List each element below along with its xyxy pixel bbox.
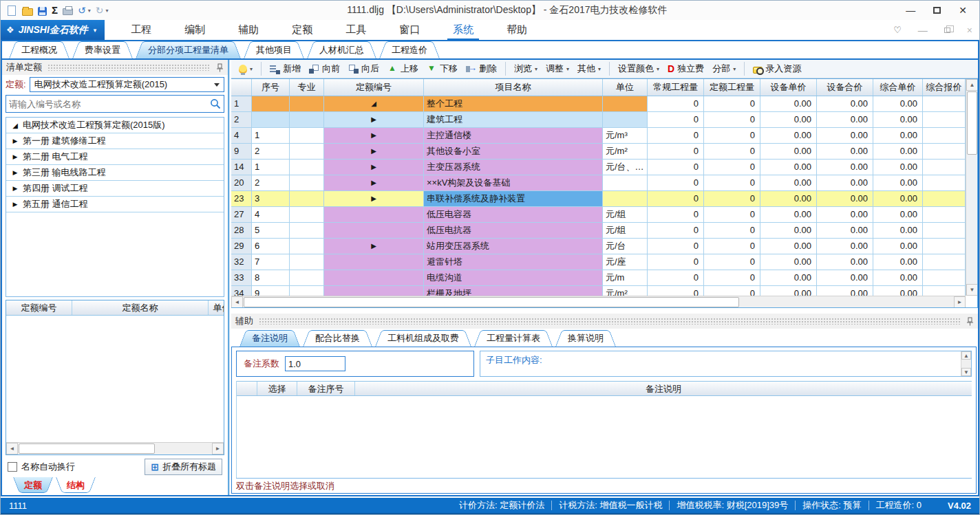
row-handle-cell[interactable]: 23 xyxy=(231,191,252,207)
tree-item-4[interactable]: ▶第三册 输电线路工程 xyxy=(6,165,224,181)
comp-quote-cell[interactable] xyxy=(923,191,966,207)
grid-hscrollbar[interactable]: ◄ ► xyxy=(231,296,966,307)
horizontal-splitter[interactable] xyxy=(231,308,978,314)
comp-unit-price-cell[interactable]: 0.00 xyxy=(873,160,923,175)
aux-tab-5[interactable]: 换算说明 xyxy=(555,330,616,347)
tree-expand-icon[interactable]: ▶ xyxy=(12,185,19,192)
equip-unit-price-cell[interactable]: 0.00 xyxy=(760,223,817,239)
equip-total-price-cell[interactable]: 0.00 xyxy=(817,191,873,207)
tree-item-5[interactable]: ▶第四册 调试工程 xyxy=(6,181,224,197)
new-file-icon[interactable] xyxy=(8,6,16,16)
code-cell[interactable]: ▶ xyxy=(324,239,424,254)
quota-qty-cell[interactable]: 0 xyxy=(704,128,760,144)
scroll-left-icon[interactable]: ◄ xyxy=(6,443,18,454)
equip-unit-price-cell[interactable]: 0.00 xyxy=(760,207,817,223)
equip-unit-price-cell[interactable]: 0.00 xyxy=(760,128,817,144)
scroll-left-icon[interactable]: ◄ xyxy=(231,296,243,308)
note-table-body[interactable] xyxy=(237,396,972,478)
move-up-button[interactable]: 上移 xyxy=(384,61,422,76)
comp-unit-price-cell[interactable]: 0.00 xyxy=(873,175,923,191)
main-tab-2[interactable]: 费率设置 xyxy=(72,41,133,58)
equip-total-price-cell[interactable]: 0.00 xyxy=(817,175,873,191)
tree-collapse-icon[interactable]: ◢ xyxy=(12,122,19,129)
tree-item-6[interactable]: ▶第五册 通信工程 xyxy=(6,197,224,212)
seq-cell[interactable]: 1 xyxy=(252,128,290,144)
equip-unit-price-cell[interactable]: 0.00 xyxy=(760,112,817,128)
code-cell[interactable]: ▶ xyxy=(324,175,424,191)
seq-cell[interactable]: 1 xyxy=(252,160,290,175)
equip-unit-price-cell[interactable]: 0.00 xyxy=(760,191,817,207)
note-factor-input[interactable] xyxy=(285,356,345,371)
comp-quote-cell[interactable] xyxy=(923,207,966,223)
regular-qty-cell[interactable]: 0 xyxy=(648,128,704,144)
seq-cell[interactable]: 2 xyxy=(252,144,290,160)
regular-qty-cell[interactable]: 0 xyxy=(648,286,704,296)
menu-item-7[interactable]: 系统 xyxy=(436,21,490,39)
unit-cell[interactable]: 元/m² xyxy=(603,286,648,296)
comp-unit-price-cell[interactable]: 0.00 xyxy=(873,96,923,112)
tree-expand-icon[interactable]: ▶ xyxy=(12,153,19,160)
browse-button[interactable]: 浏览▾ xyxy=(511,61,541,76)
comp-unit-price-cell[interactable]: 0.00 xyxy=(873,286,923,296)
aux-tab-2[interactable]: 配合比替换 xyxy=(303,330,372,347)
quota-qty-cell[interactable]: 0 xyxy=(704,144,760,160)
equip-total-price-cell[interactable]: 0.00 xyxy=(817,207,873,223)
seq-cell[interactable] xyxy=(252,96,290,112)
grid-col-header[interactable]: 序号 xyxy=(252,79,290,96)
enter-resource-button[interactable]: 录入资源 xyxy=(749,61,805,76)
scroll-right-icon[interactable]: ► xyxy=(212,443,224,454)
aux-tab-4[interactable]: 工程量计算表 xyxy=(474,330,553,347)
code-cell[interactable] xyxy=(324,223,424,239)
seq-cell[interactable]: 2 xyxy=(252,175,290,191)
grid-col-header[interactable]: 综合单价 xyxy=(873,79,923,96)
code-cell[interactable] xyxy=(324,207,424,223)
equip-unit-price-cell[interactable]: 0.00 xyxy=(760,270,817,286)
equip-total-price-cell[interactable]: 0.00 xyxy=(817,254,873,270)
name-cell[interactable]: 低压电抗器 xyxy=(424,223,603,239)
quota-qty-cell[interactable]: 0 xyxy=(704,223,760,239)
code-cell[interactable]: ▶ xyxy=(324,112,424,128)
code-cell[interactable] xyxy=(324,286,424,296)
quota-qty-cell[interactable]: 0 xyxy=(704,191,760,207)
menu-item-2[interactable]: 编制 xyxy=(168,21,222,39)
comp-quote-cell[interactable] xyxy=(923,223,966,239)
seq-cell[interactable]: 7 xyxy=(252,254,290,270)
unit-cell[interactable]: 元/台 xyxy=(603,239,648,254)
row-handle-cell[interactable]: 2 xyxy=(231,112,252,128)
quota-qty-cell[interactable]: 0 xyxy=(704,96,760,112)
menu-item-1[interactable]: 工程 xyxy=(114,21,168,39)
seq-cell[interactable]: 5 xyxy=(252,223,290,239)
name-cell[interactable]: 整个工程 xyxy=(424,96,603,112)
menu-item-4[interactable]: 定额 xyxy=(275,21,329,39)
name-cell[interactable]: 串联补偿系统及静补装置 xyxy=(424,191,603,207)
major-cell[interactable] xyxy=(290,239,324,254)
regular-qty-cell[interactable]: 0 xyxy=(648,270,704,286)
grid-col-header[interactable]: 设备合价 xyxy=(817,79,873,96)
row-handle-cell[interactable]: 9 xyxy=(231,144,252,160)
comp-unit-price-cell[interactable]: 0.00 xyxy=(873,207,923,223)
mdi-close-button[interactable]: × xyxy=(967,25,972,36)
unit-cell[interactable] xyxy=(603,191,648,207)
name-cell[interactable]: 主变压器系统 xyxy=(424,160,603,175)
comp-quote-cell[interactable] xyxy=(923,254,966,270)
comp-quote-cell[interactable] xyxy=(923,175,966,191)
seq-cell[interactable] xyxy=(252,112,290,128)
name-cell[interactable]: 建筑工程 xyxy=(424,112,603,128)
seq-cell[interactable]: 6 xyxy=(252,239,290,254)
name-cell[interactable]: 电缆沟道 xyxy=(424,270,603,286)
row-handle-cell[interactable]: 27 xyxy=(231,207,252,223)
row-handle-cell[interactable]: 34 xyxy=(231,286,252,296)
main-tab-1[interactable]: 工程概况 xyxy=(9,41,70,58)
pin-icon[interactable] xyxy=(966,317,974,326)
grid-col-header[interactable]: 定额编号 xyxy=(324,79,424,96)
regular-qty-cell[interactable]: 0 xyxy=(648,96,704,112)
grid-col-header[interactable]: 单位 xyxy=(603,79,648,96)
menu-item-8[interactable]: 帮助 xyxy=(490,21,544,39)
equip-total-price-cell[interactable]: 0.00 xyxy=(817,160,873,175)
regular-qty-cell[interactable]: 0 xyxy=(648,160,704,175)
name-cell[interactable]: 低压电容器 xyxy=(424,207,603,223)
code-cell[interactable]: ▶ xyxy=(324,191,424,207)
tree-expand-icon[interactable]: ▶ xyxy=(12,138,19,144)
add-button[interactable]: 新增 xyxy=(266,61,304,76)
grid-col-header[interactable] xyxy=(231,79,252,96)
